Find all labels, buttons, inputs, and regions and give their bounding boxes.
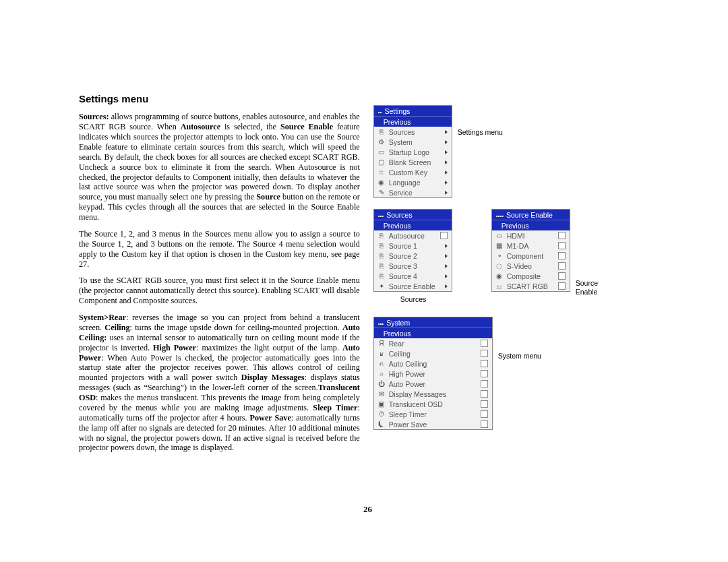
menu-item[interactable]: ◉Language <box>374 177 452 187</box>
menu-item[interactable]: ☆Custom Key <box>374 167 452 177</box>
menu-item[interactable]: ⏾Power Save <box>374 419 492 429</box>
checkbox[interactable] <box>481 380 488 387</box>
menu-item[interactable]: ⏻Auto Power <box>374 379 492 389</box>
row-icon: ⏻ <box>377 380 386 388</box>
menu-item[interactable]: ✎Service <box>374 187 452 197</box>
checkbox[interactable] <box>481 350 488 357</box>
checkbox[interactable] <box>558 252 566 259</box>
row-label: Rear <box>389 340 481 348</box>
row-icon: ⎌ <box>377 360 386 368</box>
row-label: Auto Power <box>389 380 481 388</box>
checkbox[interactable] <box>481 360 488 367</box>
row-icon: ⎘ <box>377 272 386 280</box>
menu-item[interactable]: ⎌Auto Ceiling <box>374 358 492 369</box>
row-icon: ⚬ <box>495 252 504 260</box>
menu-item[interactable]: ⚏SCART RGB <box>492 281 570 291</box>
row-icon: ✦ <box>377 282 386 290</box>
row-icon: Я <box>377 340 386 348</box>
row-icon: ⚏ <box>495 282 504 290</box>
menu-item[interactable]: ⎘Sources <box>374 127 452 137</box>
chevron-right-icon <box>445 191 448 195</box>
menu-item[interactable]: ⎘Source 2 <box>374 251 452 261</box>
row-label: Autosource <box>389 232 440 240</box>
row-label: Custom Key <box>389 168 445 177</box>
checkbox[interactable] <box>558 282 566 290</box>
checkbox[interactable] <box>481 370 488 377</box>
chevron-right-icon <box>445 170 448 175</box>
menu-previous[interactable]: Previous <box>374 220 452 230</box>
menu-item[interactable]: ⎘Autosource <box>374 230 452 241</box>
row-label: Display Messages <box>389 390 481 398</box>
menu-previous[interactable]: Previous <box>374 327 492 338</box>
menu-item[interactable]: ▦M1-DA <box>492 241 570 251</box>
menu-item[interactable]: ◌S-Video <box>492 261 570 271</box>
row-label: System <box>389 138 445 146</box>
menu-item[interactable]: ⎘Source 1 <box>374 241 452 251</box>
checkbox[interactable] <box>558 272 566 280</box>
chevron-right-icon <box>445 254 448 258</box>
menu-item[interactable]: ✦Source Enable <box>374 281 452 291</box>
menu-item[interactable]: ▭Startup Logo <box>374 147 452 157</box>
checkbox[interactable] <box>558 242 566 249</box>
row-label: High Power <box>389 370 481 378</box>
menu-item[interactable]: ◉Composite <box>492 271 570 281</box>
row-icon: ▣ <box>377 400 386 408</box>
chevron-right-icon <box>445 160 448 164</box>
row-label: Translucent OSD <box>389 400 481 408</box>
row-icon: ▦ <box>495 242 504 250</box>
figure-label-settings: Settings menu <box>458 128 503 137</box>
paragraph-sources: Sources: allows programming of source bu… <box>79 112 360 222</box>
menu-title: Settings <box>374 106 452 116</box>
checkbox[interactable] <box>481 390 488 398</box>
checkbox[interactable] <box>558 232 566 239</box>
row-icon: ⚙ <box>377 138 386 146</box>
row-label: Source Enable <box>389 282 445 290</box>
checkbox[interactable] <box>440 232 448 239</box>
page-number: 26 <box>363 504 372 515</box>
menu-item[interactable]: ⏱Sleep Timer <box>374 409 492 419</box>
menu-item[interactable]: ▢Blank Screen <box>374 157 452 167</box>
menu-item[interactable]: ▣Translucent OSD <box>374 399 492 409</box>
page-title: Settings menu <box>79 93 360 105</box>
chevron-right-icon <box>445 150 448 154</box>
row-icon: ⏾ <box>377 420 386 429</box>
menu-item[interactable]: ⚬Component <box>492 251 570 261</box>
checkbox[interactable] <box>481 410 488 418</box>
row-label: Language <box>389 179 445 187</box>
row-label: M1-DA <box>507 242 558 250</box>
checkbox[interactable] <box>481 340 488 347</box>
menu-item[interactable]: ☼High Power <box>374 369 492 379</box>
row-icon: ☼ <box>377 370 386 378</box>
menu-item[interactable]: ✉Display Messages <box>374 389 492 399</box>
row-label: Source 2 <box>389 252 445 260</box>
menu-item[interactable]: ⎘Source 3 <box>374 261 452 271</box>
row-icon: ▭ <box>495 232 504 240</box>
row-label: Startup Logo <box>389 148 445 156</box>
menu-previous[interactable]: Previous <box>492 220 570 230</box>
row-icon: ☆ <box>377 168 386 177</box>
menu-item[interactable]: ЯRear <box>374 338 492 348</box>
chevron-right-icon <box>445 181 448 185</box>
row-label: Composite <box>507 272 558 280</box>
row-icon: ◉ <box>495 272 504 280</box>
row-label: Blank Screen <box>389 158 445 166</box>
chevron-right-icon <box>445 130 448 134</box>
checkbox[interactable] <box>558 262 566 270</box>
menu-item[interactable]: ʁCeiling <box>374 348 492 358</box>
chevron-right-icon <box>445 264 448 268</box>
chevron-right-icon <box>445 140 448 144</box>
figure-label-source-enable: SourceEnable <box>576 279 598 296</box>
checkbox[interactable] <box>481 420 488 428</box>
menu-item[interactable]: ⎘Source 4 <box>374 271 452 281</box>
row-icon: ✉ <box>377 390 386 398</box>
menu-title: System <box>374 317 492 327</box>
menu-item[interactable]: ⚙System <box>374 137 452 147</box>
row-label: Component <box>507 252 558 260</box>
checkbox[interactable] <box>481 400 488 408</box>
menu-item[interactable]: ▭HDMI <box>492 230 570 241</box>
row-icon: ◌ <box>495 262 504 270</box>
menu-title: Sources <box>374 210 452 220</box>
row-label: S-Video <box>507 262 558 270</box>
menu-previous[interactable]: Previous <box>374 116 452 127</box>
row-label: Power Save <box>389 420 481 429</box>
